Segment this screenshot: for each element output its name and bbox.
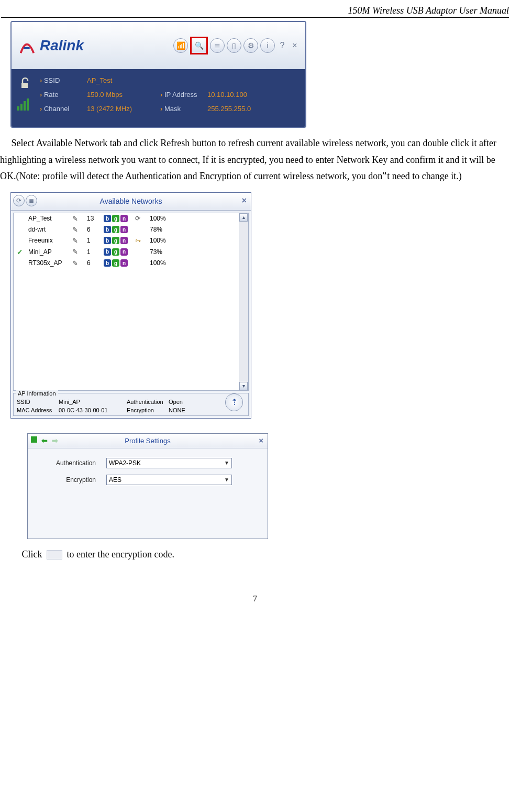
signal-percent: 100%	[150, 215, 176, 222]
antenna-icon: ⇡	[231, 397, 238, 407]
network-row[interactable]: AP_Test13bgn100%	[14, 213, 248, 224]
network-channel: 6	[87, 259, 102, 267]
refresh-icon[interactable]: ⟳	[13, 195, 25, 206]
ip-label: IP Address	[160, 91, 207, 98]
connect-button[interactable]: ⇡	[225, 393, 243, 411]
ap-auth-value: Open	[169, 399, 195, 405]
page-number: 7	[0, 594, 510, 603]
rate-value: 150.0 Mbps	[87, 91, 160, 98]
ap-enc-value: NONE	[169, 407, 195, 413]
edit-icon	[72, 237, 85, 245]
mode-badges: bgn	[104, 248, 133, 256]
refresh-mini-icon	[135, 215, 148, 222]
page-icon[interactable]: ▯	[227, 38, 241, 53]
svg-rect-1	[20, 104, 23, 111]
network-list[interactable]: AP_Test13bgn100%dd-wrt6bgn78%Freeunix1bg…	[13, 213, 249, 391]
wifi-icon[interactable]: 📶	[173, 38, 188, 53]
ap-enc-label: Encryption	[127, 407, 169, 413]
network-row[interactable]: Mini_AP1bgn73%	[14, 246, 248, 258]
ip-value: 10.10.10.100	[207, 91, 270, 98]
ap-information: AP Information SSID Mini_AP Authenticati…	[13, 393, 249, 416]
svg-rect-3	[27, 98, 29, 111]
lock-icon	[135, 237, 148, 244]
enc-select[interactable]: AES ▼	[106, 475, 232, 485]
chevron-down-icon: ▼	[224, 477, 229, 482]
mode-badges: bgn	[104, 215, 133, 222]
signal-percent: 73%	[150, 248, 176, 256]
square-icon[interactable]	[31, 436, 37, 443]
search-icon[interactable]: 🔍	[190, 37, 208, 54]
close-icon[interactable]: ×	[242, 196, 247, 205]
badge-g-icon: g	[112, 259, 119, 267]
svg-rect-0	[17, 106, 19, 111]
auth-select[interactable]: WPA2-PSK ▼	[106, 458, 232, 468]
badge-g-icon: g	[112, 248, 119, 256]
para2-pre: Click	[22, 549, 42, 559]
badge-b-icon: b	[104, 237, 111, 244]
back-arrow-icon[interactable]: ⬅	[41, 436, 48, 445]
network-row[interactable]: dd-wrt6bgn78%	[14, 224, 248, 235]
profile-body: Authentication WPA2-PSK ▼ Encryption AES…	[28, 448, 268, 539]
edit-icon	[72, 226, 85, 234]
network-row[interactable]: RT305x_AP6bgn100%	[14, 258, 248, 269]
network-channel: 1	[87, 237, 102, 244]
close-icon[interactable]: ×	[259, 436, 263, 445]
badge-g-icon: g	[112, 237, 119, 244]
scroll-down-icon[interactable]: ▾	[239, 382, 248, 390]
badge-g-icon: g	[112, 226, 119, 233]
mask-label: Mask	[160, 105, 207, 113]
list-icon[interactable]: ≣	[210, 38, 225, 53]
network-ssid: RT305x_AP	[28, 259, 70, 267]
signal-bars-icon	[16, 95, 32, 112]
badge-b-icon: b	[104, 226, 111, 233]
lock-open-icon	[16, 74, 32, 91]
network-ssid: AP_Test	[28, 215, 70, 222]
next-arrow-placeholder-icon	[47, 550, 62, 559]
network-channel: 1	[87, 248, 102, 256]
paragraph-2: Click to enter the encryption code.	[10, 546, 510, 563]
mode-badges: bgn	[104, 259, 133, 267]
ssid-label: SSID	[40, 76, 87, 84]
signal-percent: 100%	[150, 259, 176, 267]
badge-b-icon: b	[104, 248, 111, 256]
enc-row: Encryption AES ▼	[43, 475, 257, 485]
ap-mac-label: MAC Address	[17, 407, 59, 413]
ap-ssid-value: Mini_AP	[59, 399, 127, 405]
svg-rect-2	[24, 101, 26, 111]
edit-icon	[72, 259, 85, 267]
profile-settings-title: ⬅ ➡ Profile Settings ×	[28, 434, 268, 448]
ralink-side-status	[16, 74, 32, 112]
ralink-status-body: SSID AP_Test Rate 150.0 Mbps IP Address …	[12, 69, 305, 127]
page-header: 150M Wireless USB Adaptor User Manual	[1, 5, 509, 18]
mode-badges: bgn	[104, 237, 133, 244]
available-networks-title-text: Available Networks	[100, 197, 162, 205]
badge-n-icon: n	[120, 248, 128, 256]
ssid-value: AP_Test	[87, 76, 160, 84]
signal-percent: 78%	[150, 226, 176, 233]
signal-percent: 100%	[150, 237, 176, 244]
ap-auth-label: Authentication	[127, 399, 169, 405]
auth-row: Authentication WPA2-PSK ▼	[43, 458, 257, 468]
ralink-logo-icon	[17, 32, 37, 59]
scroll-up-icon[interactable]: ▴	[239, 213, 248, 222]
network-row[interactable]: Freeunix1bgn100%	[14, 235, 248, 246]
ap-mac-value: 00-0C-43-30-00-01	[59, 407, 127, 413]
network-ssid: Freeunix	[28, 237, 70, 244]
badge-b-icon: b	[104, 215, 111, 222]
network-ssid: Mini_AP	[28, 248, 70, 256]
help-icon[interactable]: ?	[277, 38, 287, 53]
edit-icon	[72, 215, 85, 223]
edit-icon	[72, 248, 85, 256]
auth-label: Authentication	[43, 459, 96, 467]
close-icon[interactable]: ×	[290, 38, 300, 53]
info-icon[interactable]: i	[260, 38, 275, 53]
rate-label: Rate	[40, 91, 87, 98]
mode-badges: bgn	[104, 226, 133, 233]
ap-ssid-label: SSID	[17, 399, 59, 405]
gear-icon[interactable]: ⚙	[243, 38, 258, 53]
forward-arrow-icon[interactable]: ➡	[52, 436, 58, 445]
enc-value: AES	[109, 476, 121, 484]
chevron-down-icon: ▼	[224, 460, 229, 466]
scrollbar[interactable]: ▴ ▾	[239, 213, 248, 390]
list-view-icon[interactable]: ≣	[26, 195, 37, 206]
